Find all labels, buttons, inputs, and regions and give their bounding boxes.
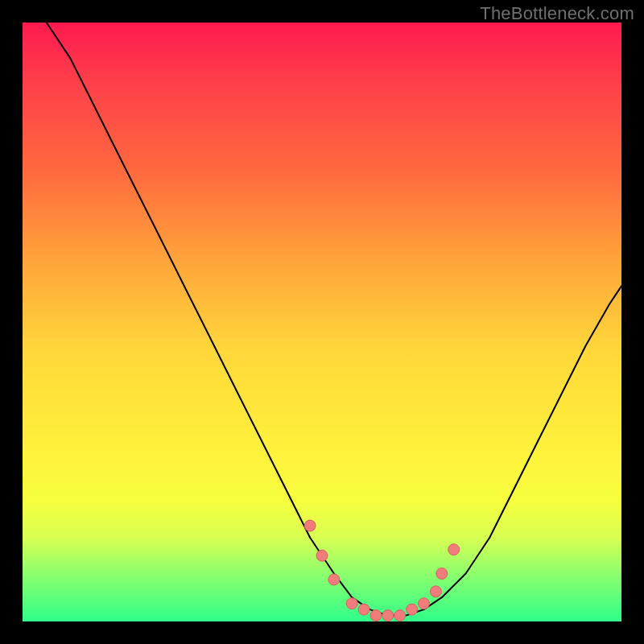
plot-area bbox=[23, 23, 621, 621]
chart-frame: TheBottleneck.com bbox=[0, 0, 644, 644]
marker-dot bbox=[328, 574, 340, 585]
marker-dot bbox=[419, 598, 430, 609]
marker-dot bbox=[358, 604, 369, 615]
marker-dot bbox=[304, 520, 316, 531]
marker-dot bbox=[430, 586, 441, 597]
watermark-text: TheBottleneck.com bbox=[480, 3, 634, 24]
marker-dot bbox=[436, 568, 448, 580]
marker-dot bbox=[394, 610, 406, 621]
marker-dot bbox=[382, 610, 394, 621]
marker-dot bbox=[407, 604, 418, 615]
marker-dot bbox=[346, 598, 357, 609]
marker-dot bbox=[316, 550, 328, 561]
marker-group bbox=[304, 520, 460, 621]
marker-dot bbox=[370, 610, 382, 621]
chart-svg bbox=[23, 23, 621, 621]
bottleneck-curve bbox=[47, 23, 621, 616]
marker-dot bbox=[448, 544, 460, 555]
